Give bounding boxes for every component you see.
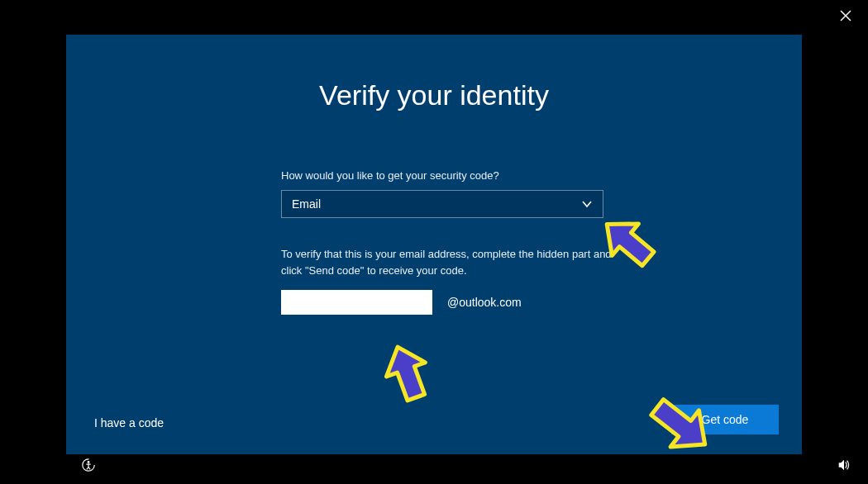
svg-point-3 bbox=[88, 461, 90, 463]
email-input[interactable] bbox=[281, 290, 432, 315]
verify-identity-panel: Verify your identity How would you like … bbox=[66, 35, 802, 454]
taskbar bbox=[81, 458, 851, 476]
svg-marker-8 bbox=[839, 460, 844, 471]
close-icon bbox=[840, 10, 851, 21]
volume-button[interactable] bbox=[837, 458, 851, 476]
get-code-button[interactable]: Get code bbox=[671, 405, 779, 434]
chevron-down-icon bbox=[581, 198, 593, 210]
form-content: How would you like to get your security … bbox=[281, 169, 668, 315]
get-code-button-label: Get code bbox=[702, 413, 749, 426]
have-code-link[interactable]: I have a code bbox=[94, 416, 164, 429]
close-button[interactable] bbox=[840, 10, 851, 25]
security-code-prompt: How would you like to get your security … bbox=[281, 169, 668, 182]
dropdown-selected-value: Email bbox=[292, 197, 321, 211]
method-dropdown[interactable]: Email bbox=[281, 190, 603, 218]
svg-line-7 bbox=[88, 467, 90, 470]
page-title: Verify your identity bbox=[66, 79, 802, 112]
email-domain-label: @outlook.com bbox=[447, 296, 522, 309]
instruction-text: To verify that this is your email addres… bbox=[281, 246, 612, 278]
ease-of-access-button[interactable] bbox=[81, 458, 96, 476]
email-row: @outlook.com bbox=[281, 290, 668, 315]
ease-of-access-icon bbox=[81, 458, 96, 472]
volume-icon bbox=[837, 458, 851, 472]
